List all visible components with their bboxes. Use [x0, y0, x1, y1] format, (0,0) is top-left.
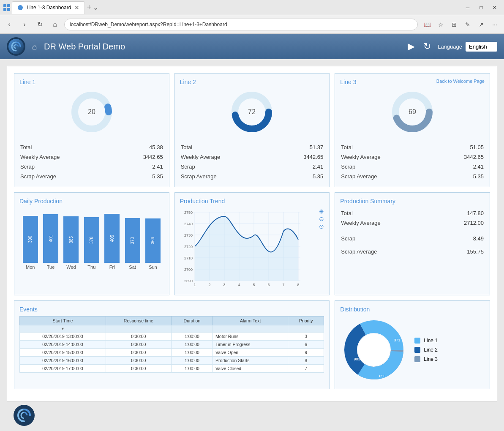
pen-icon[interactable]: ✎	[462, 19, 474, 30]
cell-response: 0:30:00	[106, 365, 171, 373]
col-start-time: Start Time	[20, 316, 106, 325]
zoom-in-icon[interactable]: ⊕	[319, 208, 324, 215]
bar-group: 390	[21, 216, 39, 263]
cell-start: 02/20/2019 17:00:00	[20, 365, 106, 373]
line3-donut-container: 69	[340, 89, 485, 135]
bar-day-label: Mon	[21, 265, 39, 270]
col-response-time: Response time	[106, 316, 171, 325]
line2-total-label: Total	[181, 143, 275, 152]
events-table: Start Time Response time Duration Alarm …	[19, 316, 324, 373]
bookmark-icon[interactable]: ☆	[435, 19, 447, 30]
footer-logo-icon	[16, 407, 32, 423]
minimize-button[interactable]: ─	[462, 3, 474, 12]
summary-total-value: 147.80	[436, 209, 484, 218]
svg-rect-2	[3, 8, 6, 11]
cell-priority: 9	[288, 349, 324, 357]
bar-group: 401	[41, 214, 60, 263]
line2-panel: Line 2 72 Total51.37 Weekly Average3442.…	[174, 73, 330, 187]
bar-group: 385	[62, 216, 80, 263]
forward-button[interactable]: ›	[19, 19, 30, 30]
bar: 366	[145, 218, 161, 263]
line2-donut-chart: 72	[229, 89, 275, 135]
cell-priority: 7	[288, 365, 324, 373]
cell-priority: 6	[288, 341, 324, 349]
summary-scrap-avg-value: 155.75	[436, 247, 484, 256]
more-icon[interactable]: ···	[489, 19, 501, 30]
col-priority: Priority	[288, 316, 324, 325]
active-tab[interactable]: Line 1-3 Dashboard ✕	[12, 1, 85, 14]
refresh-button[interactable]: ↻	[423, 41, 431, 52]
svg-text:2710: 2710	[184, 256, 193, 260]
svg-text:6: 6	[267, 283, 270, 287]
line1-donut-container: 20	[19, 89, 164, 135]
summary-total-label: Total	[341, 209, 435, 218]
line3-total-label: Total	[341, 143, 435, 152]
logo-icon	[8, 39, 24, 54]
cell-alarm: Motor Runs	[213, 333, 288, 341]
share-icon[interactable]: ↗	[475, 19, 487, 30]
svg-text:2740: 2740	[184, 222, 193, 226]
collections-icon[interactable]: ⊞	[448, 19, 460, 30]
line1-title: Line 1	[19, 79, 164, 85]
svg-text:2: 2	[208, 283, 210, 287]
reload-button[interactable]: ↻	[34, 19, 46, 30]
cell-start: 02/20/2019 14:00:00	[20, 341, 106, 349]
distribution-chart-area: 903 650 371 Line 1 Line 2 Line 3	[340, 316, 485, 384]
line3-weekly-label: Weekly Average	[341, 153, 435, 161]
zoom-reset-icon[interactable]: ⊙	[319, 223, 324, 230]
dashboard-container: Line 1 20 Total45.38 Weekly Average3442.…	[7, 66, 497, 401]
back-button[interactable]: ‹	[3, 19, 15, 30]
language-wrapper[interactable]: English	[466, 42, 497, 52]
legend-line1-label: Line 1	[424, 338, 438, 344]
svg-text:903: 903	[354, 357, 360, 361]
summary-scrap-value: 8.49	[436, 234, 484, 243]
cell-duration: 1:00:00	[171, 333, 212, 341]
legend-line2-dot	[414, 347, 420, 353]
svg-text:2690: 2690	[184, 279, 193, 283]
bar-day-label: Thu	[82, 265, 101, 270]
close-button[interactable]: ✕	[489, 3, 501, 12]
cell-start: 02/20/2019 16:00:00	[20, 357, 106, 365]
line1-panel: Line 1 20 Total45.38 Weekly Average3442.…	[14, 73, 169, 187]
app-header: ⌂ DR Web Portal Demo ▶ ↻ Language Englis…	[0, 34, 504, 59]
new-tab-button[interactable]: +	[87, 3, 91, 12]
production-summary-title: Production Summary	[340, 198, 485, 205]
line3-scrap-value: 2.41	[436, 162, 484, 171]
tab-favicon	[17, 5, 23, 11]
line2-weekly-value: 3442.65	[276, 153, 323, 161]
tab-close-button[interactable]: ✕	[74, 4, 79, 11]
home-button[interactable]: ⌂	[49, 19, 61, 30]
tab-scroll-button[interactable]: ⌄	[93, 3, 98, 11]
legend-line3-dot	[414, 356, 420, 362]
maximize-button[interactable]: □	[475, 3, 487, 12]
svg-text:72: 72	[248, 108, 256, 115]
line3-weekly-value: 3442.65	[436, 153, 484, 161]
line2-weekly-label: Weekly Average	[181, 153, 275, 161]
bar: 378	[84, 217, 99, 263]
play-button[interactable]: ▶	[408, 41, 415, 52]
svg-text:5: 5	[253, 283, 255, 287]
reader-view-icon[interactable]: 📖	[421, 19, 433, 30]
line2-title: Line 2	[180, 79, 324, 85]
cell-response: 0:30:00	[106, 349, 171, 357]
legend-line1: Line 1	[414, 338, 438, 344]
bar-value-label: 378	[89, 237, 94, 244]
bar-chart: 390401385378405370366	[21, 208, 162, 263]
back-to-welcome-link[interactable]: Back to Welcome Page	[436, 79, 485, 84]
cell-start: 02/20/2019 13:00:00	[20, 333, 106, 341]
svg-text:8: 8	[297, 283, 299, 287]
zoom-out-icon[interactable]: ⊖	[319, 216, 324, 222]
col-duration: Duration	[171, 316, 212, 325]
line1-weekly-label: Weekly Average	[20, 153, 114, 161]
svg-text:4: 4	[238, 283, 240, 287]
line3-scrap-label: Scrap	[341, 162, 435, 171]
svg-rect-1	[7, 4, 10, 7]
cell-duration: 1:00:00	[171, 357, 212, 365]
nav-icons: 📖 ☆ ⊞ ✎ ↗ ···	[421, 19, 501, 30]
bar-group: 370	[123, 218, 142, 263]
bar-day-label: Fri	[103, 265, 121, 270]
bar-value-label: 405	[110, 235, 114, 242]
language-select[interactable]: English	[466, 42, 497, 52]
home-nav-button[interactable]: ⌂	[32, 42, 37, 52]
address-bar[interactable]	[64, 19, 418, 30]
